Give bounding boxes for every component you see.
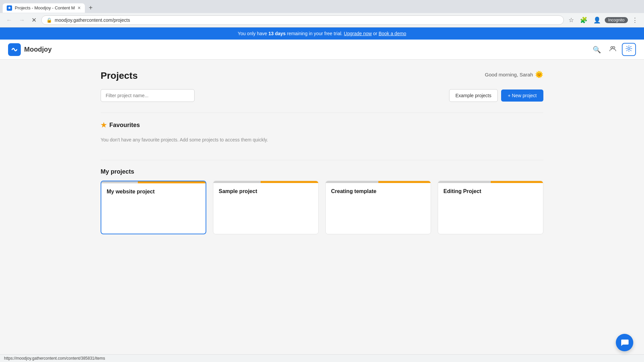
project-card-body: Editing Project (438, 183, 543, 200)
upgrade-link[interactable]: Upgrade now (344, 31, 372, 36)
address-text: moodjoy.gathercontent.com/projects (55, 17, 559, 23)
my-projects-section: My projects My website project Sample pr… (101, 168, 543, 234)
people-button[interactable] (606, 43, 619, 56)
demo-link[interactable]: Book a demo (379, 31, 407, 36)
favourites-empty: You don't have any favourite projects. A… (101, 134, 543, 148)
progress-yellow (261, 181, 318, 183)
trial-banner: You only have 13 days remaining in your … (0, 27, 644, 40)
extension-icon[interactable]: 🧩 (578, 15, 589, 25)
new-tab-button[interactable]: + (86, 3, 96, 13)
tab-favicon (7, 5, 12, 11)
logo-text: Moodjoy (24, 46, 52, 53)
status-bar: https://moodjoy.gathercontent.com/conten… (0, 354, 644, 362)
favourites-title: ★ Favourites (101, 121, 543, 129)
search-row: Example projects + New project (101, 89, 543, 102)
browser-nav: ← → ✕ 🔒 moodjoy.gathercontent.com/projec… (0, 13, 644, 27)
new-project-button[interactable]: + New project (501, 89, 543, 102)
favourites-section: ★ Favourites You don't have any favourit… (101, 121, 543, 148)
browser-chrome: Projects - Moodjoy - Content M × + ← → ✕… (0, 0, 644, 27)
greeting-emoji: 🌞 (535, 70, 543, 78)
project-card[interactable]: My website project (101, 181, 206, 234)
back-button[interactable]: ← (4, 15, 14, 25)
project-name: Creating template (331, 188, 425, 194)
project-card[interactable]: Editing Project (438, 181, 543, 234)
projects-grid: My website project Sample project Creati… (101, 181, 543, 234)
app-header: Moodjoy 🔍 (0, 40, 644, 60)
svg-point-0 (611, 47, 613, 49)
my-projects-label: My projects (101, 168, 134, 175)
logo-icon (8, 43, 21, 56)
divider-2 (101, 160, 543, 160)
reload-button[interactable]: ✕ (30, 15, 39, 25)
trial-middle: or (373, 31, 378, 36)
search-button[interactable]: 🔍 (590, 44, 604, 56)
header-actions: 🔍 (590, 43, 636, 56)
project-card-body: My website project (101, 183, 206, 200)
tab-label: Projects - Moodjoy - Content M (15, 5, 75, 10)
project-card-body: Sample project (213, 183, 318, 200)
chat-fab[interactable] (616, 334, 633, 351)
project-name: Editing Project (443, 188, 538, 194)
action-buttons: Example projects + New project (449, 89, 543, 102)
progress-gray (438, 181, 491, 183)
project-progress-bar (326, 181, 431, 183)
project-progress-bar (213, 181, 318, 183)
tab-close-button[interactable]: × (77, 5, 80, 11)
project-card[interactable]: Sample project (213, 181, 319, 234)
project-progress-bar (101, 181, 206, 183)
progress-yellow (378, 181, 431, 183)
greeting: Good morning, Sarah 🌞 (485, 70, 543, 78)
filter-input[interactable] (101, 89, 195, 102)
progress-yellow (138, 181, 206, 183)
bookmark-icon[interactable]: ☆ (567, 15, 576, 25)
trial-days: 13 days (268, 31, 285, 36)
progress-gray (213, 181, 261, 183)
app-logo[interactable]: Moodjoy (8, 43, 52, 56)
project-card-body: Creating template (326, 183, 431, 200)
progress-gray (326, 181, 378, 183)
project-progress-bar (438, 181, 543, 183)
page-header: Projects Good morning, Sarah 🌞 (101, 70, 543, 81)
greeting-text: Good morning, Sarah (485, 72, 533, 77)
svg-point-1 (613, 47, 615, 49)
lock-icon: 🔒 (46, 17, 52, 23)
project-name: Sample project (219, 188, 313, 194)
menu-icon[interactable]: ⋮ (630, 15, 640, 25)
divider-1 (101, 113, 543, 113)
active-tab[interactable]: Projects - Moodjoy - Content M × (3, 3, 85, 13)
project-name: My website project (107, 189, 200, 195)
status-url: https://moodjoy.gathercontent.com/conten… (4, 356, 105, 361)
profile-icon[interactable]: 👤 (591, 15, 603, 25)
tab-bar: Projects - Moodjoy - Content M × + (0, 0, 644, 13)
main-content: Projects Good morning, Sarah 🌞 Example p… (87, 60, 557, 257)
progress-gray (101, 181, 138, 183)
trial-suffix: remaining in your free trial. (286, 31, 343, 36)
svg-point-2 (628, 48, 630, 50)
my-projects-title: My projects (101, 168, 543, 175)
star-icon: ★ (101, 121, 107, 129)
favourites-label: Favourites (109, 122, 140, 129)
settings-button[interactable] (622, 43, 636, 56)
project-card[interactable]: Creating template (325, 181, 431, 234)
forward-button[interactable]: → (17, 15, 27, 25)
progress-yellow (491, 181, 543, 183)
address-bar[interactable]: 🔒 moodjoy.gathercontent.com/projects (41, 15, 564, 25)
trial-prefix: You only have (238, 31, 268, 36)
incognito-badge: Incognito (605, 17, 628, 23)
page-title: Projects (101, 70, 138, 81)
nav-actions: ☆ 🧩 👤 Incognito ⋮ (567, 15, 640, 25)
example-projects-button[interactable]: Example projects (449, 89, 498, 102)
